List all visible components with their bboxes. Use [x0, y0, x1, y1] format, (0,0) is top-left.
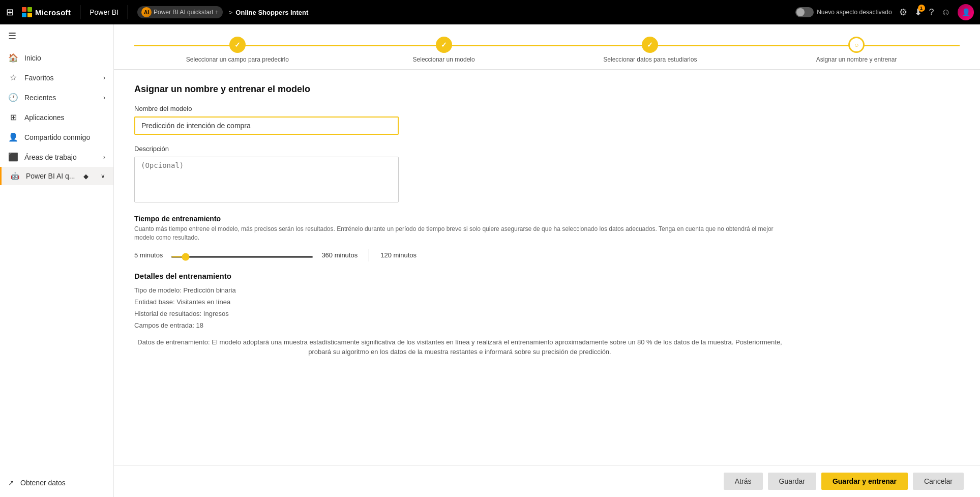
- wizard-step-3: ✓ Seleccionar datos para estudiarlos: [547, 37, 754, 69]
- sidebar-collapse-button[interactable]: ☰: [0, 24, 113, 48]
- workspaces-icon: ⬛: [8, 152, 18, 162]
- wizard-label-4: Asignar un nombre y entrenar: [816, 56, 897, 69]
- help-icon[interactable]: ?: [929, 7, 934, 18]
- wizard-steps: ✓ Seleccionar un campo para predecirlo ✓…: [134, 37, 960, 69]
- detail-model-type: Tipo de modelo: Predicción binaria: [134, 286, 960, 294]
- detail-entity-label: Entidad base:: [134, 298, 175, 306]
- powerbi-ai-diamond: ◆: [83, 172, 88, 180]
- theme-toggle[interactable]: [795, 7, 814, 17]
- training-time-label: Tiempo de entrenamiento: [134, 215, 960, 223]
- company-name: Microsoft: [35, 8, 71, 17]
- slider-row: 5 minutos 360 minutos 120 minutos: [134, 249, 960, 261]
- wizard-step-2: ✓ Seleccionar un modelo: [341, 37, 547, 69]
- wizard-circle-3: ✓: [642, 37, 658, 53]
- detail-fields-value: 18: [196, 321, 203, 329]
- sidebar-bottom: ↗ Obtener datos: [0, 469, 113, 497]
- avatar[interactable]: 👤: [958, 4, 974, 20]
- slider-wrapper: [171, 251, 313, 260]
- topbar-right: Nuevo aspecto desactivado ⚙ ⬇ 1 ? ☺ 👤: [795, 4, 974, 20]
- detail-history: Historial de resultados: Ingresos: [134, 310, 960, 317]
- sidebar-item-aplicaciones[interactable]: ⊞ Aplicaciones: [0, 107, 113, 127]
- wizard-step-4: ○ Asignar un nombre y entrenar: [753, 37, 960, 69]
- main-content: ✓ Seleccionar un campo para predecirlo ✓…: [114, 24, 980, 497]
- sidebar-label-recientes: Recientes: [24, 94, 56, 102]
- detail-model-type-label: Tipo de modelo:: [134, 286, 182, 294]
- product-name: Power BI: [90, 8, 118, 16]
- sidebar-label-aplicaciones: Aplicaciones: [24, 113, 65, 122]
- cancel-button[interactable]: Cancelar: [913, 473, 964, 490]
- section-title: Asignar un nombre y entrenar el modelo: [134, 84, 960, 95]
- save-train-button[interactable]: Guardar y entrenar: [821, 473, 908, 490]
- detail-entity: Entidad base: Visitantes en línea: [134, 298, 960, 306]
- slider-current-value: 120 minutos: [380, 251, 417, 259]
- wizard-label-1: Seleccionar un campo para predecirlo: [186, 56, 289, 69]
- slider-max-label: 360 minutos: [321, 251, 358, 259]
- emoji-icon[interactable]: ☺: [941, 7, 951, 18]
- ai-badge[interactable]: AI Power BI AI quickstart +: [137, 6, 223, 18]
- favorites-arrow: ›: [103, 74, 105, 81]
- apps-icon: ⊞: [8, 112, 18, 122]
- wizard-label-2: Seleccionar un modelo: [413, 56, 475, 69]
- detail-fields: Campos de entrada: 18: [134, 321, 960, 329]
- detail-fields-label: Campos de entrada:: [134, 321, 194, 329]
- slider-divider: [369, 249, 369, 261]
- details-title: Detalles del entrenamiento: [134, 272, 960, 280]
- description-textarea[interactable]: [134, 157, 399, 202]
- recientes-arrow: ›: [103, 94, 105, 101]
- save-button[interactable]: Guardar: [768, 473, 816, 490]
- training-data-text: Datos de entrenamiento: El modelo adopta…: [134, 337, 785, 357]
- sidebar-label-compartido: Compartido conmigo: [24, 133, 90, 141]
- sidebar-item-recientes[interactable]: 🕐 Recientes ›: [0, 87, 113, 107]
- getdata-icon: ↗: [8, 479, 14, 487]
- divider-2: [128, 5, 128, 19]
- download-icon[interactable]: ⬇ 1: [914, 7, 922, 18]
- wizard-circle-1: ✓: [229, 37, 246, 53]
- sidebar-label-favoritos: Favoritos: [24, 74, 54, 82]
- wizard-step-1: ✓ Seleccionar un campo para predecirlo: [134, 37, 341, 69]
- sidebar-label-getdata: Obtener datos: [20, 479, 66, 487]
- areas-arrow: ›: [103, 154, 105, 161]
- wizard-circle-4: ○: [848, 37, 865, 53]
- wizard-circle-2: ✓: [436, 37, 452, 53]
- sidebar-item-compartido[interactable]: 👤 Compartido conmigo: [0, 127, 113, 147]
- microsoft-squares: [22, 7, 32, 17]
- divider-1: [80, 5, 80, 19]
- model-name-label: Nombre del modelo: [134, 105, 960, 112]
- model-name-input[interactable]: [134, 116, 399, 135]
- toggle-label: Nuevo aspecto desactivado: [817, 9, 892, 16]
- sidebar-label-inicio: Inicio: [24, 54, 41, 62]
- notification-badge: 1: [918, 5, 925, 12]
- training-time-desc: Cuanto más tiempo entrene el modelo, más…: [134, 225, 785, 242]
- form-content: Asignar un nombre y entrenar el modelo N…: [114, 70, 980, 371]
- sidebar: ☰ 🏠 Inicio ☆ Favoritos › 🕐 Recientes › ⊞…: [0, 24, 114, 497]
- breadcrumb-current: Online Shoppers Intent: [235, 9, 308, 16]
- training-time-section: Tiempo de entrenamiento Cuanto más tiemp…: [134, 215, 960, 261]
- sidebar-item-powerbi-ai[interactable]: 🤖 Power BI AI q... ◆ ∨: [0, 167, 113, 185]
- grid-icon[interactable]: ⊞: [6, 7, 14, 18]
- detail-history-value: Ingresos: [203, 310, 229, 317]
- description-group: Descripción: [134, 145, 960, 204]
- detail-history-label: Historial de resultados:: [134, 310, 201, 317]
- sidebar-item-areas[interactable]: ⬛ Áreas de trabajo ›: [0, 147, 113, 167]
- breadcrumb-separator: >: [229, 9, 233, 16]
- ai-icon: AI: [141, 7, 152, 17]
- sidebar-item-inicio[interactable]: 🏠 Inicio: [0, 48, 113, 68]
- details-section: Detalles del entrenamiento Tipo de model…: [134, 272, 960, 357]
- sidebar-nav: 🏠 Inicio ☆ Favoritos › 🕐 Recientes › ⊞ A…: [0, 48, 113, 469]
- breadcrumb: > Online Shoppers Intent: [229, 9, 309, 16]
- settings-icon[interactable]: ⚙: [899, 7, 907, 18]
- microsoft-logo: Microsoft: [22, 7, 71, 17]
- training-slider[interactable]: [171, 256, 313, 258]
- back-button[interactable]: Atrás: [724, 473, 763, 490]
- sidebar-label-areas: Áreas de trabajo: [24, 153, 77, 161]
- ai-badge-label: Power BI AI quickstart +: [154, 9, 219, 16]
- home-icon: 🏠: [8, 53, 18, 63]
- wizard-label-3: Seleccionar datos para estudiarlos: [603, 56, 697, 69]
- bottom-bar: Atrás Guardar Guardar y entrenar Cancela…: [114, 465, 980, 497]
- toggle-wrap: Nuevo aspecto desactivado: [795, 7, 892, 17]
- sidebar-item-getdata[interactable]: ↗ Obtener datos: [8, 475, 105, 491]
- model-name-group: Nombre del modelo: [134, 105, 960, 135]
- powerbi-ai-arrow: ∨: [101, 172, 105, 180]
- topbar: ⊞ Microsoft Power BI AI Power BI AI quic…: [0, 0, 980, 24]
- sidebar-item-favoritos[interactable]: ☆ Favoritos ›: [0, 68, 113, 87]
